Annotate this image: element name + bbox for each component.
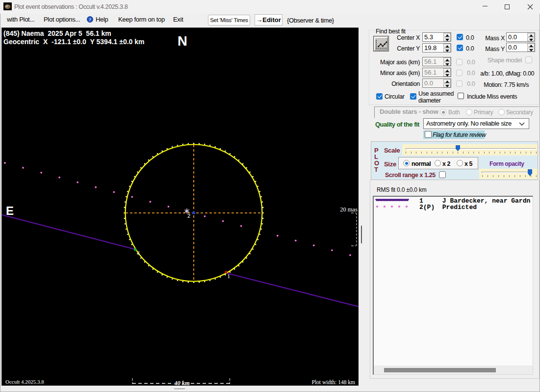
svg-text:E: E [6, 204, 14, 217]
svg-text:20 mas: 20 mas [340, 206, 358, 213]
svg-text:2: 2 [187, 213, 190, 219]
svg-text:Plot width: 148 km: Plot width: 148 km [312, 379, 356, 385]
svg-text:Geocentric X -121.1 ±0.0 Y: Geocentric X -121.1 ±0.0 Y 5394.1 ±0.0 k… [3, 38, 145, 46]
svg-text:1: 1 [137, 250, 140, 257]
svg-text:40 km: 40 km [174, 380, 190, 386]
svg-text:1: 1 [227, 272, 231, 280]
svg-text:(845) Naema 2025 Apr 5 56.1: (845) Naema 2025 Apr 5 56.1 km [3, 29, 111, 37]
svg-text:Occult 4.2025.3.8: Occult 4.2025.3.8 [5, 379, 44, 385]
svg-text:N: N [178, 33, 187, 49]
